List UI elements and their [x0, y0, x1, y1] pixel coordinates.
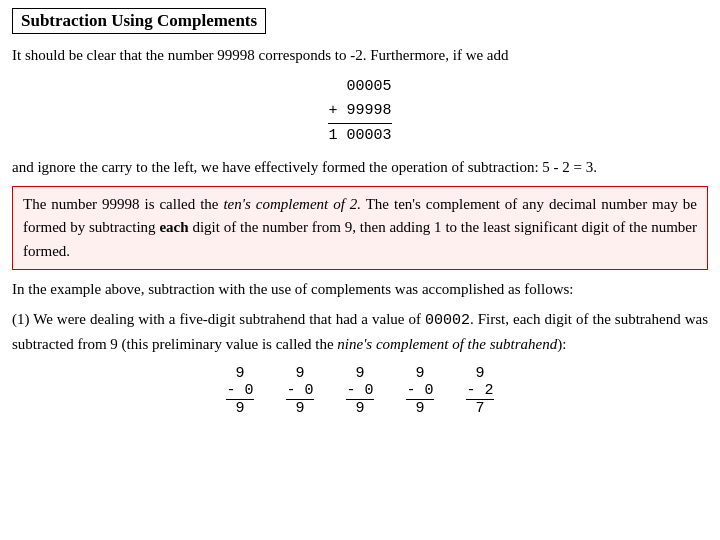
sub-top-4: 9: [475, 365, 484, 382]
paragraph-2: and ignore the carry to the left, we hav…: [12, 156, 708, 179]
sub-col-2: 9- 09: [346, 365, 374, 417]
sub-mid-0: - 0: [226, 382, 254, 400]
sub-result-4: 7: [475, 400, 484, 417]
sub-mid-4: - 2: [466, 382, 494, 400]
paragraph-1: It should be clear that the number 99998…: [12, 44, 708, 67]
paragraph-3: In the example above, subtraction with t…: [12, 278, 708, 301]
math-block-1: 00005 + 99998 1 00003: [12, 75, 708, 148]
math-row-3: 1 00003: [328, 124, 391, 148]
paragraph-4: (1) We were dealing with a five-digit su…: [12, 308, 708, 355]
sub-mid-3: - 0: [406, 382, 434, 400]
highlight-box: The number 99998 is called the ten's com…: [12, 186, 708, 270]
code-00002: 00002: [425, 312, 470, 329]
highlight-italic-1: ten's complement of 2.: [223, 196, 361, 212]
highlight-text-1: The number 99998 is called the: [23, 196, 223, 212]
subtraction-math-block: 9- 099- 099- 099- 099- 27: [12, 365, 708, 417]
sub-mid-2: - 0: [346, 382, 374, 400]
nines-complement-label: nine's complement of the subtrahend: [337, 336, 557, 352]
sub-result-3: 9: [415, 400, 424, 417]
math-row-1: 00005: [328, 75, 391, 99]
sub-result-0: 9: [235, 400, 244, 417]
sub-col-3: 9- 09: [406, 365, 434, 417]
title-box: Subtraction Using Complements: [12, 8, 266, 34]
sub-col-1: 9- 09: [286, 365, 314, 417]
sub-result-1: 9: [295, 400, 304, 417]
page-title: Subtraction Using Complements: [21, 11, 257, 30]
sub-top-3: 9: [415, 365, 424, 382]
math-row-2: + 99998: [328, 99, 391, 124]
sub-top-0: 9: [235, 365, 244, 382]
sub-col-0: 9- 09: [226, 365, 254, 417]
sub-col-4: 9- 27: [466, 365, 494, 417]
sub-top-1: 9: [295, 365, 304, 382]
sub-mid-1: - 0: [286, 382, 314, 400]
sub-result-2: 9: [355, 400, 364, 417]
sub-top-2: 9: [355, 365, 364, 382]
